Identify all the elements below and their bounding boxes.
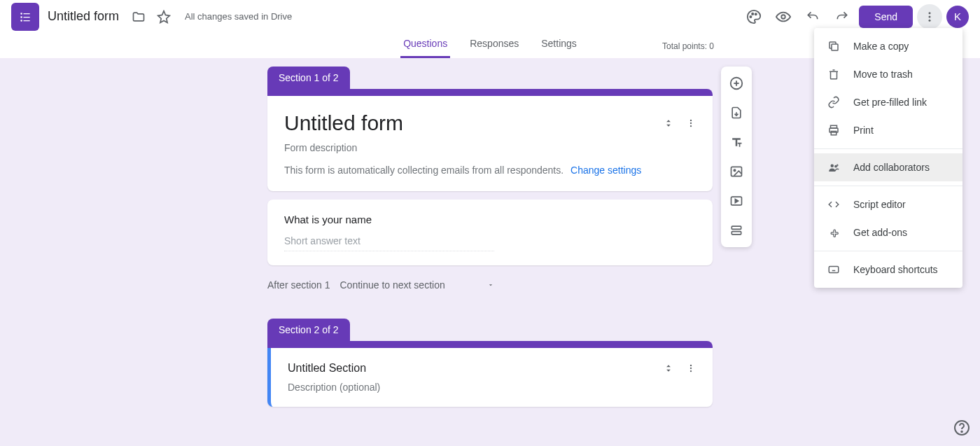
menu-prefilled-link[interactable]: Get pre-filled link — [814, 88, 962, 116]
svg-point-10 — [929, 12, 931, 14]
addon-icon — [827, 225, 841, 239]
svg-point-14 — [690, 123, 692, 124]
tab-settings[interactable]: Settings — [538, 38, 580, 58]
section-icon — [729, 223, 743, 237]
collapse-icon[interactable] — [664, 363, 673, 373]
section1-description[interactable]: Form description — [284, 142, 696, 153]
star-button[interactable] — [151, 4, 176, 29]
image-icon — [729, 165, 743, 179]
menu-print[interactable]: Print — [814, 116, 962, 144]
eye-icon — [776, 9, 791, 25]
after-section-label: After section 1 — [267, 279, 330, 291]
menu-script-editor[interactable]: Script editor — [814, 190, 962, 218]
svg-rect-26 — [732, 232, 741, 235]
menu-move-to-trash[interactable]: Move to trash — [814, 60, 962, 88]
form-column: Section 1 of 2 Untitled form Form descri… — [267, 67, 713, 407]
undo-icon — [806, 10, 820, 24]
section-more-icon[interactable] — [686, 118, 696, 128]
menu-separator — [814, 148, 962, 149]
floating-toolbar — [721, 67, 752, 247]
people-icon — [827, 160, 841, 174]
customize-theme-button[interactable] — [741, 4, 766, 29]
svg-rect-1 — [24, 13, 30, 14]
keyboard-icon — [827, 263, 841, 277]
print-icon — [827, 123, 841, 137]
more-vert-icon — [923, 11, 936, 23]
short-answer-placeholder: Short answer text — [284, 235, 494, 251]
tab-responses[interactable]: Responses — [467, 38, 522, 58]
account-avatar[interactable]: K — [946, 6, 969, 28]
total-points-label: Total points: 0 — [662, 41, 714, 51]
svg-point-39 — [961, 431, 962, 433]
svg-rect-2 — [20, 16, 22, 18]
add-section-button[interactable] — [724, 218, 749, 243]
menu-get-addons[interactable]: Get add-ons — [814, 218, 962, 246]
form-title-input[interactable]: Untitled form — [48, 9, 119, 24]
more-options-button[interactable] — [917, 4, 942, 29]
svg-rect-33 — [829, 267, 839, 273]
section-more-icon[interactable] — [686, 363, 696, 373]
import-questions-button[interactable] — [724, 100, 749, 125]
main-tabs: Questions Responses Settings — [400, 38, 580, 58]
forms-logo-icon — [18, 10, 32, 24]
svg-point-17 — [690, 368, 692, 369]
text-icon — [729, 135, 743, 149]
svg-point-8 — [755, 13, 757, 15]
menu-add-collaborators[interactable]: Add collaborators — [814, 153, 962, 181]
video-icon — [729, 194, 743, 208]
help-icon — [953, 419, 970, 436]
add-question-button[interactable] — [724, 71, 749, 96]
change-settings-link[interactable]: Change settings — [570, 165, 641, 176]
add-video-button[interactable] — [724, 188, 749, 214]
svg-point-13 — [690, 120, 692, 121]
svg-point-16 — [690, 365, 692, 366]
add-title-button[interactable] — [724, 130, 749, 155]
trash-icon — [827, 67, 841, 81]
menu-separator — [814, 186, 962, 186]
preview-button[interactable] — [771, 4, 796, 29]
svg-rect-0 — [20, 13, 22, 15]
section1-title[interactable]: Untitled form — [284, 111, 664, 135]
question-card-1[interactable]: What is your name Short answer text — [267, 200, 713, 265]
add-image-button[interactable] — [724, 159, 749, 184]
dropdown-arrow-icon — [487, 281, 494, 288]
email-collection-notice: This form is automatically collecting em… — [284, 165, 696, 176]
star-icon — [157, 10, 171, 24]
link-icon — [827, 95, 841, 109]
svg-rect-4 — [20, 20, 22, 21]
svg-point-15 — [690, 125, 692, 127]
svg-rect-25 — [732, 226, 741, 229]
svg-point-9 — [782, 15, 786, 19]
svg-point-18 — [690, 370, 692, 372]
move-to-folder-button[interactable] — [126, 4, 151, 29]
palette-icon — [746, 9, 762, 25]
svg-rect-27 — [832, 44, 838, 50]
more-options-menu: Make a copy Move to trash Get pre-filled… — [814, 28, 962, 288]
section2-header-card[interactable]: Untitled Section Description (optional) — [267, 348, 713, 407]
section2-accent-bar — [267, 341, 713, 348]
help-button[interactable] — [952, 418, 972, 438]
section2-description[interactable]: Description (optional) — [288, 382, 696, 393]
menu-keyboard-shortcuts[interactable]: Keyboard shortcuts — [814, 256, 962, 284]
copy-icon — [827, 39, 841, 53]
section1-tab: Section 1 of 2 — [267, 67, 350, 89]
menu-make-copy[interactable]: Make a copy — [814, 32, 962, 60]
after-section-dropdown[interactable]: Continue to next section — [340, 279, 494, 291]
header-actions: Send K — [741, 4, 969, 29]
forms-logo[interactable] — [11, 3, 39, 31]
code-icon — [827, 197, 841, 211]
svg-point-7 — [752, 13, 753, 14]
section1-header-card[interactable]: Untitled form Form description This form… — [267, 96, 713, 191]
folder-icon — [132, 10, 146, 24]
undo-button[interactable] — [800, 4, 825, 29]
menu-separator — [814, 251, 962, 251]
add-circle-icon — [729, 76, 744, 91]
section2-title[interactable]: Untitled Section — [288, 362, 664, 375]
section2-tab: Section 2 of 2 — [267, 319, 350, 341]
tab-questions[interactable]: Questions — [400, 38, 450, 58]
collapse-icon[interactable] — [664, 118, 673, 128]
svg-point-6 — [750, 15, 752, 17]
send-button[interactable]: Send — [859, 6, 913, 28]
redo-button[interactable] — [830, 4, 855, 29]
question1-title[interactable]: What is your name — [284, 214, 696, 225]
